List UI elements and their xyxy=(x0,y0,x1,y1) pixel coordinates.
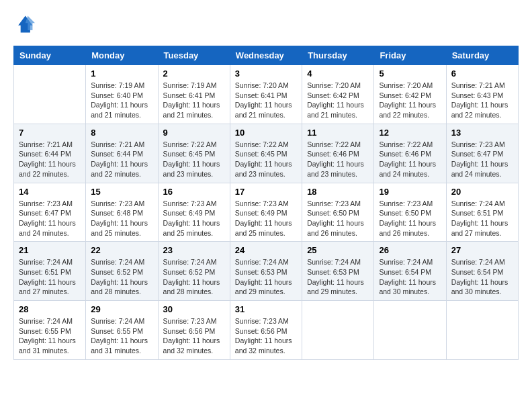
sunset: Sunset: 6:42 PM xyxy=(307,91,369,101)
sunset: Sunset: 6:52 PM xyxy=(91,267,152,277)
sunrise: Sunrise: 7:24 AM xyxy=(163,257,225,267)
day-number: 6 xyxy=(451,68,513,79)
sunrise: Sunrise: 7:23 AM xyxy=(307,199,369,209)
day-cell: 2 Sunrise: 7:19 AM Sunset: 6:41 PM Dayli… xyxy=(158,65,230,124)
sunset: Sunset: 6:40 PM xyxy=(91,91,152,101)
sunrise: Sunrise: 7:23 AM xyxy=(163,316,225,326)
daylight: Daylight: 11 hours and 26 minutes. xyxy=(307,218,369,238)
day-number: 13 xyxy=(451,128,513,138)
day-info: Sunrise: 7:19 AM Sunset: 6:40 PM Dayligh… xyxy=(91,81,152,120)
sunrise: Sunrise: 7:22 AM xyxy=(379,140,441,150)
page-header xyxy=(13,13,519,35)
sunset: Sunset: 6:53 PM xyxy=(307,267,369,277)
day-cell: 1 Sunrise: 7:19 AM Sunset: 6:40 PM Dayli… xyxy=(86,65,158,124)
day-info: Sunrise: 7:23 AM Sunset: 6:49 PM Dayligh… xyxy=(163,199,225,238)
day-info: Sunrise: 7:24 AM Sunset: 6:52 PM Dayligh… xyxy=(163,257,225,297)
sunset: Sunset: 6:45 PM xyxy=(163,149,225,159)
day-info: Sunrise: 7:21 AM Sunset: 6:43 PM Dayligh… xyxy=(451,81,513,120)
sunset: Sunset: 6:52 PM xyxy=(163,267,225,277)
day-cell: 25 Sunrise: 7:24 AM Sunset: 6:53 PM Dayl… xyxy=(302,242,374,301)
sunrise: Sunrise: 7:23 AM xyxy=(235,199,297,209)
day-info: Sunrise: 7:24 AM Sunset: 6:55 PM Dayligh… xyxy=(19,316,81,356)
day-number: 3 xyxy=(235,68,297,79)
sunrise: Sunrise: 7:23 AM xyxy=(451,140,513,150)
day-cell: 18 Sunrise: 7:23 AM Sunset: 6:50 PM Dayl… xyxy=(302,183,374,242)
day-cell xyxy=(14,65,86,124)
week-row-2: 7 Sunrise: 7:21 AM Sunset: 6:44 PM Dayli… xyxy=(14,124,519,183)
weekday-header-thursday: Thursday xyxy=(302,46,374,65)
day-info: Sunrise: 7:21 AM Sunset: 6:44 PM Dayligh… xyxy=(19,140,81,179)
day-cell: 12 Sunrise: 7:22 AM Sunset: 6:46 PM Dayl… xyxy=(374,124,446,183)
day-number: 14 xyxy=(19,187,81,197)
sunset: Sunset: 6:44 PM xyxy=(91,149,152,159)
day-number: 28 xyxy=(19,304,81,314)
sunrise: Sunrise: 7:24 AM xyxy=(91,257,152,267)
sunrise: Sunrise: 7:21 AM xyxy=(19,140,81,150)
daylight: Daylight: 11 hours and 27 minutes. xyxy=(451,218,513,238)
daylight: Daylight: 11 hours and 21 minutes. xyxy=(163,100,225,120)
weekday-header-monday: Monday xyxy=(86,46,158,65)
sunset: Sunset: 6:46 PM xyxy=(307,149,369,159)
day-cell: 20 Sunrise: 7:24 AM Sunset: 6:51 PM Dayl… xyxy=(446,183,518,242)
daylight: Daylight: 11 hours and 25 minutes. xyxy=(163,218,225,238)
day-cell: 27 Sunrise: 7:24 AM Sunset: 6:54 PM Dayl… xyxy=(446,242,518,301)
day-cell: 11 Sunrise: 7:22 AM Sunset: 6:46 PM Dayl… xyxy=(302,124,374,183)
weekday-header-friday: Friday xyxy=(374,46,446,65)
sunrise: Sunrise: 7:23 AM xyxy=(379,199,441,209)
day-cell: 9 Sunrise: 7:22 AM Sunset: 6:45 PM Dayli… xyxy=(158,124,230,183)
sunset: Sunset: 6:51 PM xyxy=(19,267,81,277)
sunset: Sunset: 6:44 PM xyxy=(19,149,81,159)
sunset: Sunset: 6:45 PM xyxy=(235,149,297,159)
day-cell: 19 Sunrise: 7:23 AM Sunset: 6:50 PM Dayl… xyxy=(374,183,446,242)
sunset: Sunset: 6:55 PM xyxy=(19,326,81,336)
sunset: Sunset: 6:54 PM xyxy=(451,267,513,277)
day-number: 1 xyxy=(91,68,152,79)
daylight: Daylight: 11 hours and 21 minutes. xyxy=(307,100,369,120)
sunrise: Sunrise: 7:20 AM xyxy=(235,81,297,91)
day-cell: 16 Sunrise: 7:23 AM Sunset: 6:49 PM Dayl… xyxy=(158,183,230,242)
daylight: Daylight: 11 hours and 24 minutes. xyxy=(451,159,513,179)
sunset: Sunset: 6:49 PM xyxy=(235,208,297,218)
day-number: 7 xyxy=(19,128,81,138)
sunrise: Sunrise: 7:20 AM xyxy=(307,81,369,91)
sunset: Sunset: 6:53 PM xyxy=(235,267,297,277)
day-info: Sunrise: 7:20 AM Sunset: 6:42 PM Dayligh… xyxy=(379,81,441,120)
daylight: Daylight: 11 hours and 25 minutes. xyxy=(91,218,152,238)
day-info: Sunrise: 7:24 AM Sunset: 6:51 PM Dayligh… xyxy=(451,199,513,238)
day-number: 17 xyxy=(235,187,297,197)
sunset: Sunset: 6:42 PM xyxy=(379,91,441,101)
day-cell: 30 Sunrise: 7:23 AM Sunset: 6:56 PM Dayl… xyxy=(158,301,230,360)
sunset: Sunset: 6:43 PM xyxy=(451,91,513,101)
sunrise: Sunrise: 7:23 AM xyxy=(235,316,297,326)
day-info: Sunrise: 7:23 AM Sunset: 6:56 PM Dayligh… xyxy=(235,316,297,356)
day-info: Sunrise: 7:23 AM Sunset: 6:50 PM Dayligh… xyxy=(379,199,441,238)
logo xyxy=(13,13,38,35)
day-info: Sunrise: 7:24 AM Sunset: 6:53 PM Dayligh… xyxy=(307,257,369,297)
day-number: 23 xyxy=(163,245,225,255)
sunset: Sunset: 6:56 PM xyxy=(235,326,297,336)
sunset: Sunset: 6:47 PM xyxy=(451,149,513,159)
day-number: 21 xyxy=(19,245,81,255)
day-number: 30 xyxy=(163,304,225,314)
sunset: Sunset: 6:41 PM xyxy=(163,91,225,101)
day-info: Sunrise: 7:24 AM Sunset: 6:52 PM Dayligh… xyxy=(91,257,152,297)
sunset: Sunset: 6:56 PM xyxy=(163,326,225,336)
day-info: Sunrise: 7:20 AM Sunset: 6:42 PM Dayligh… xyxy=(307,81,369,120)
daylight: Daylight: 11 hours and 30 minutes. xyxy=(451,277,513,297)
day-info: Sunrise: 7:22 AM Sunset: 6:45 PM Dayligh… xyxy=(163,140,225,179)
day-number: 24 xyxy=(235,245,297,255)
week-row-1: 1 Sunrise: 7:19 AM Sunset: 6:40 PM Dayli… xyxy=(14,65,519,124)
day-number: 4 xyxy=(307,68,369,79)
daylight: Daylight: 11 hours and 24 minutes. xyxy=(379,159,441,179)
day-info: Sunrise: 7:23 AM Sunset: 6:49 PM Dayligh… xyxy=(235,199,297,238)
daylight: Daylight: 11 hours and 22 minutes. xyxy=(91,159,152,179)
daylight: Daylight: 11 hours and 24 minutes. xyxy=(19,218,81,238)
daylight: Daylight: 11 hours and 28 minutes. xyxy=(91,277,152,297)
day-cell: 14 Sunrise: 7:23 AM Sunset: 6:47 PM Dayl… xyxy=(14,183,86,242)
day-number: 10 xyxy=(235,128,297,138)
day-number: 27 xyxy=(451,245,513,255)
day-info: Sunrise: 7:23 AM Sunset: 6:56 PM Dayligh… xyxy=(163,316,225,356)
daylight: Daylight: 11 hours and 32 minutes. xyxy=(163,336,225,355)
day-number: 31 xyxy=(235,304,297,314)
sunrise: Sunrise: 7:24 AM xyxy=(379,257,441,267)
